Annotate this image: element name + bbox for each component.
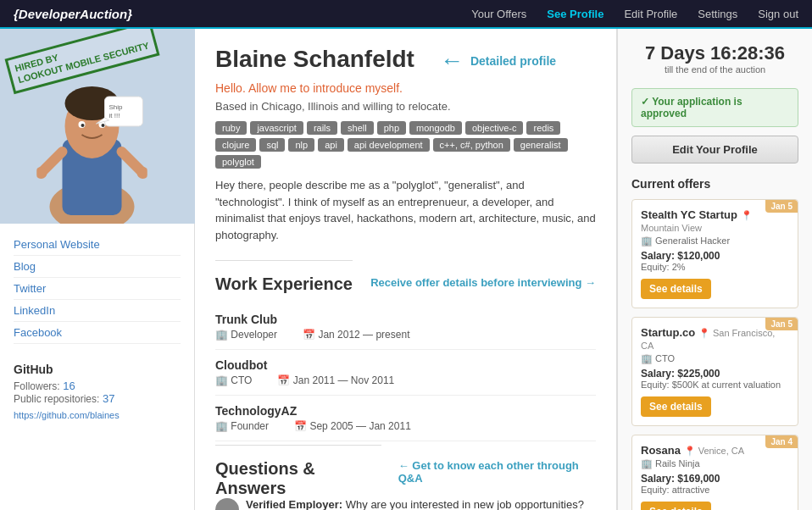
offer-callout: Receive offer details before interviewin… xyxy=(370,276,596,289)
tag-rails: rails xyxy=(307,121,337,135)
tag-redis: redis xyxy=(526,121,560,135)
offer-card-2: Jan 5 Startup.co 📍 San Francisco, CA 🏢 C… xyxy=(631,317,798,426)
qa-section-header: Questions & Answers Get to know each oth… xyxy=(215,445,596,498)
github-followers-value[interactable]: 16 xyxy=(63,380,75,392)
sidebar-link-personal-website[interactable]: Personal Website xyxy=(14,234,181,256)
tag-generalist: generalist xyxy=(514,138,568,152)
job-details-3: Founder Sep 2005 — Jan 2011 xyxy=(215,420,596,432)
job-role-3: Founder xyxy=(215,420,269,432)
location-text: Based in Chicago, Illinois and willing t… xyxy=(215,100,596,113)
sidebar: HIRED BY Lookout Mobile Security xyxy=(0,29,195,510)
see-details-button-3[interactable]: See details xyxy=(641,502,711,510)
main-content: Blaine Schanfeldt Detailed profile Hello… xyxy=(195,29,617,510)
github-section: GitHub Followers: 16 Public repositories… xyxy=(0,354,194,435)
tag-php: php xyxy=(377,121,406,135)
timer-box: 7 Days 16:28:36 till the end of the auct… xyxy=(631,42,798,75)
qa-list: ✓ Verified Employer: Why are you interes… xyxy=(215,498,596,510)
qa-item-1: ✓ Verified Employer: Why are you interes… xyxy=(215,498,596,510)
offer-equity-2: Equity: $500K at current valuation xyxy=(641,380,789,390)
tag-polyglot: polyglot xyxy=(215,155,261,169)
tag-ruby: ruby xyxy=(215,121,247,135)
qa-question-1: Verified Employer: Why are you intereste… xyxy=(246,498,584,510)
job-details-1: Developer Jan 2012 — present xyxy=(215,329,596,341)
qa-question-row-1: ✓ Verified Employer: Why are you interes… xyxy=(215,498,596,510)
tag-api: api xyxy=(318,138,344,152)
github-url[interactable]: https://github.com/blaines xyxy=(14,410,120,420)
job-trunk-club: Trunk Club Developer Jan 2012 — present xyxy=(215,304,596,350)
offer-salary-2: Salary: $225,000 xyxy=(641,368,789,380)
svg-text:Ship: Ship xyxy=(109,103,124,111)
offer-equity-3: Equity: attractive xyxy=(641,485,789,495)
person-illustration: Ship it !!! xyxy=(37,54,147,224)
job-technologyaz: TechnologyAZ Founder Sep 2005 — Jan 2011 xyxy=(215,396,596,441)
offer-salary-3: Salary: $169,000 xyxy=(641,473,789,485)
tag-api-development: api development xyxy=(348,138,430,152)
work-title: Work Experience xyxy=(215,260,353,294)
nav: Your Offers See Profile Edit Profile Set… xyxy=(471,8,798,20)
header: {DeveloperAuction} Your Offers See Profi… xyxy=(0,0,812,29)
offer-role-2: 🏢 CTO xyxy=(641,353,789,364)
github-repos: Public repositories: 37 xyxy=(14,392,181,405)
see-details-button-1[interactable]: See details xyxy=(641,279,711,299)
offer-date-1: Jan 5 xyxy=(765,200,798,213)
sidebar-link-blog[interactable]: Blog xyxy=(14,256,181,278)
profile-photo: HIRED BY Lookout Mobile Security xyxy=(0,29,195,224)
sidebar-link-facebook[interactable]: Facebook xyxy=(14,322,181,344)
github-title: GitHub xyxy=(14,363,181,376)
offer-role-1: 🏢 Generalist Hacker xyxy=(641,236,789,247)
tag-shell: shell xyxy=(341,121,374,135)
qa-callout: Get to know each other through Q&A xyxy=(398,459,596,485)
tag-mongodb: mongodb xyxy=(409,121,462,135)
right-panel: 7 Days 16:28:36 till the end of the auct… xyxy=(617,29,812,510)
job-date-2: Jan 2011 — Nov 2011 xyxy=(277,374,394,386)
job-company-1: Trunk Club xyxy=(215,313,596,326)
nav-your-offers[interactable]: Your Offers xyxy=(471,8,526,20)
svg-text:it !!!: it !!! xyxy=(109,112,120,119)
job-cloudbot: Cloudbot CTO Jan 2011 — Nov 2011 xyxy=(215,350,596,396)
nav-sign-out[interactable]: Sign out xyxy=(758,8,798,20)
tags-container: ruby javascript rails shell php mongodb … xyxy=(215,121,596,169)
qa-title: Questions & Answers xyxy=(215,445,381,498)
timer-value: 7 Days 16:28:36 xyxy=(631,42,798,64)
job-details-2: CTO Jan 2011 — Nov 2011 xyxy=(215,374,596,386)
intro-text: Hello. Allow me to introduce myself. xyxy=(215,81,596,95)
current-offers-title: Current offers xyxy=(631,177,798,191)
profile-name: Blaine Schanfeldt xyxy=(215,46,414,73)
timer-label: till the end of the auction xyxy=(631,64,798,75)
github-followers-label: Followers: xyxy=(14,380,60,392)
tag-clojure: clojure xyxy=(215,138,256,152)
job-role-1: Developer xyxy=(215,329,277,341)
github-followers: Followers: 16 xyxy=(14,380,181,392)
bio: Hey there, people describe me as a "poly… xyxy=(215,177,596,243)
offer-card-1: Jan 5 Stealth YC Startup 📍 Mountain View… xyxy=(631,199,798,308)
sidebar-link-twitter[interactable]: Twitter xyxy=(14,278,181,300)
tag-cpp: c++, c#, python xyxy=(433,138,510,152)
offer-salary-1: Salary: $120,000 xyxy=(641,250,789,262)
job-role-2: CTO xyxy=(215,374,252,386)
job-list: Trunk Club Developer Jan 2012 — present … xyxy=(215,304,596,441)
approved-box: Your application is approved xyxy=(631,88,798,127)
tag-objectivec: objective-c xyxy=(465,121,524,135)
tag-nlp: nlp xyxy=(288,138,314,152)
sidebar-link-linkedin[interactable]: LinkedIn xyxy=(14,300,181,322)
employer-avatar-1: ✓ xyxy=(215,498,239,510)
tag-javascript: javascript xyxy=(250,121,303,135)
edit-profile-button[interactable]: Edit Your Profile xyxy=(631,136,798,164)
tag-sql: sql xyxy=(259,138,285,152)
github-repos-value[interactable]: 37 xyxy=(103,392,114,405)
sidebar-links: Personal Website Blog Twitter LinkedIn F… xyxy=(0,224,194,354)
svg-point-7 xyxy=(102,124,105,127)
offer-equity-1: Equity: 2% xyxy=(641,262,789,272)
see-details-button-2[interactable]: See details xyxy=(641,396,711,417)
job-date-1: Jan 2012 — present xyxy=(303,329,409,341)
offer-date-3: Jan 4 xyxy=(765,435,798,448)
svg-point-6 xyxy=(81,124,85,127)
nav-see-profile[interactable]: See Profile xyxy=(547,8,603,20)
job-company-3: TechnologyAZ xyxy=(215,404,596,418)
detailed-profile-label: Detailed profile xyxy=(440,47,556,75)
nav-edit-profile[interactable]: Edit Profile xyxy=(624,8,677,20)
offer-role-3: 🏢 Rails Ninja xyxy=(641,458,789,469)
job-date-3: Sep 2005 — Jan 2011 xyxy=(294,420,411,432)
nav-settings[interactable]: Settings xyxy=(698,8,737,20)
github-repos-label: Public repositories: xyxy=(14,393,99,405)
